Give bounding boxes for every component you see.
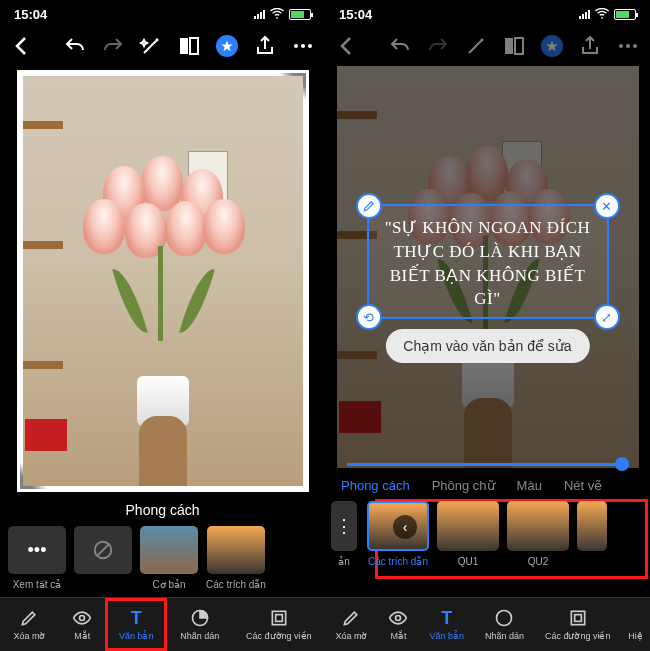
style-item-next[interactable]	[577, 501, 607, 551]
svg-point-15	[396, 616, 401, 621]
undo-button[interactable]	[63, 34, 87, 58]
quote-text[interactable]: "SỰ KHÔN NGOAN ĐÍCH THỰC ĐÓ LÀ KHI BẠN B…	[369, 206, 607, 321]
more-button[interactable]	[291, 34, 315, 58]
nav-text[interactable]: TVăn bản	[423, 604, 470, 645]
style-item-qu2[interactable]: QU2	[507, 501, 569, 567]
rotate-handle[interactable]: ⟲	[356, 304, 382, 330]
svg-point-4	[308, 44, 312, 48]
status-bar: 15:04	[325, 0, 650, 28]
edit-handle[interactable]	[356, 193, 382, 219]
more-icon: •••	[8, 526, 66, 574]
style-item-quotes[interactable]: Các trích dẫn	[206, 526, 266, 590]
battery-icon	[289, 9, 311, 20]
nav-blur[interactable]: Xóa mờ	[329, 604, 373, 645]
svg-point-6	[80, 616, 85, 621]
style-carousel[interactable]: ⋮ ản Các trích dẫn ‹ QU1 QU2	[325, 501, 650, 581]
resize-handle[interactable]: ⤢	[594, 304, 620, 330]
battery-icon	[614, 9, 636, 20]
style-carousel[interactable]: ••• Xem tất cả Cơ bản Các trích dẫn	[0, 526, 325, 602]
phone-left: 15:04 Phong cách	[0, 0, 325, 651]
adjustment-slider[interactable]	[347, 463, 629, 466]
top-toolbar	[325, 28, 650, 64]
chevron-left-icon[interactable]: ‹	[393, 515, 417, 539]
wifi-icon	[595, 7, 609, 22]
nav-border[interactable]: Các đường viền	[539, 604, 617, 645]
status-bar: 15:04	[0, 0, 325, 28]
share-button[interactable]	[253, 34, 277, 58]
status-time: 15:04	[14, 7, 47, 22]
tab-font[interactable]: Phông chữ	[432, 478, 495, 493]
toast-message: Chạm vào văn bản để sửa	[385, 329, 589, 363]
bottom-nav: Xóa mờ Mắt TVăn bản Nhãn dán Các đường v…	[325, 597, 650, 651]
wand-button[interactable]	[139, 34, 163, 58]
phone-right: 15:04 "SỰ KHÔN NGOAN ĐÍCH THỰC ĐÓ	[325, 0, 650, 651]
redo-button[interactable]	[426, 34, 450, 58]
svg-point-13	[626, 44, 630, 48]
text-tabs: Phong cách Phông chữ Màu Nét vẽ	[325, 468, 650, 501]
nav-eye[interactable]: Mắt	[382, 604, 414, 645]
wifi-icon	[270, 7, 284, 22]
signal-icon	[254, 9, 265, 19]
nav-sticker[interactable]: Nhãn dán	[174, 604, 225, 645]
more-button[interactable]	[616, 34, 640, 58]
compare-button[interactable]	[502, 34, 526, 58]
section-title: Phong cách	[0, 492, 325, 526]
svg-rect-17	[571, 611, 584, 624]
tab-color[interactable]: Màu	[517, 478, 542, 493]
tab-style[interactable]: Phong cách	[341, 478, 410, 493]
none-icon	[74, 526, 132, 574]
redo-button[interactable]	[101, 34, 125, 58]
nav-text[interactable]: TVăn bản	[113, 604, 160, 645]
back-button[interactable]	[10, 34, 34, 58]
svg-rect-9	[275, 615, 282, 622]
canvas-image[interactable]: "SỰ KHÔN NGOAN ĐÍCH THỰC ĐÓ LÀ KHI BẠN B…	[337, 66, 639, 468]
style-item-none[interactable]	[74, 526, 132, 579]
style-item-more[interactable]: ⋮ ản	[329, 501, 359, 567]
style-item-all[interactable]: ••• Xem tất cả	[8, 526, 66, 590]
canvas-image[interactable]	[17, 70, 309, 492]
delete-handle[interactable]: ✕	[594, 193, 620, 219]
nav-border[interactable]: Các đường viền	[240, 604, 318, 645]
star-button[interactable]	[540, 34, 564, 58]
undo-button[interactable]	[388, 34, 412, 58]
nav-eye[interactable]: Mắt	[66, 604, 98, 645]
svg-rect-8	[272, 611, 285, 624]
svg-rect-11	[515, 38, 523, 54]
svg-point-3	[301, 44, 305, 48]
tab-stroke[interactable]: Nét vẽ	[564, 478, 602, 493]
compare-button[interactable]	[177, 34, 201, 58]
nav-fx[interactable]: Hiệ	[625, 604, 645, 645]
svg-rect-18	[574, 615, 581, 622]
svg-point-14	[633, 44, 637, 48]
svg-rect-10	[505, 38, 513, 54]
nav-sticker[interactable]: Nhãn dán	[479, 604, 530, 645]
bottom-nav: Xóa mờ Mắt TVăn bản Nhãn dán Các đường v…	[0, 597, 325, 651]
signal-icon	[579, 9, 590, 19]
top-toolbar	[0, 28, 325, 64]
wand-button[interactable]	[464, 34, 488, 58]
svg-rect-1	[190, 38, 198, 54]
style-item-basic[interactable]: Cơ bản	[140, 526, 198, 590]
svg-point-12	[619, 44, 623, 48]
status-time: 15:04	[339, 7, 372, 22]
text-selection-box[interactable]: "SỰ KHÔN NGOAN ĐÍCH THỰC ĐÓ LÀ KHI BẠN B…	[367, 204, 609, 319]
share-button[interactable]	[578, 34, 602, 58]
svg-point-2	[294, 44, 298, 48]
nav-edit[interactable]: Xóa mờ	[7, 604, 51, 645]
style-item-qu1[interactable]: QU1	[437, 501, 499, 567]
star-button[interactable]	[215, 34, 239, 58]
svg-point-16	[497, 611, 512, 626]
back-button[interactable]	[335, 34, 359, 58]
svg-rect-0	[180, 38, 188, 54]
